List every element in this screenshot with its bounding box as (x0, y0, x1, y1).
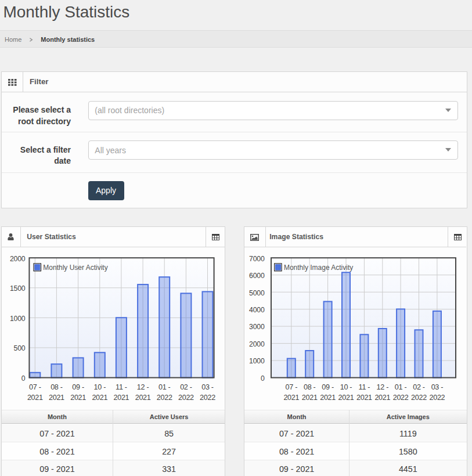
svg-text:5000: 5000 (249, 289, 265, 297)
svg-text:3000: 3000 (249, 323, 265, 331)
svg-text:03 -: 03 - (201, 383, 214, 391)
svg-text:4000: 4000 (249, 306, 265, 314)
svg-text:2021: 2021 (49, 394, 64, 402)
svg-text:2000: 2000 (249, 340, 265, 348)
svg-text:03 -: 03 - (431, 383, 444, 391)
svg-text:1000: 1000 (10, 315, 26, 323)
svg-text:2021: 2021 (302, 394, 318, 402)
svg-text:2021: 2021 (283, 394, 299, 402)
svg-text:2021: 2021 (135, 394, 151, 402)
svg-text:09 -: 09 - (322, 383, 334, 391)
svg-text:11 -: 11 - (116, 383, 127, 391)
svg-text:6000: 6000 (249, 272, 265, 280)
svg-text:2022: 2022 (157, 394, 172, 402)
svg-text:12 -: 12 - (377, 383, 389, 391)
svg-text:2022: 2022 (200, 394, 215, 402)
svg-text:2021: 2021 (374, 394, 390, 402)
svg-text:7000: 7000 (249, 255, 265, 263)
svg-text:09 -: 09 - (72, 383, 84, 391)
svg-text:1000: 1000 (249, 357, 265, 365)
svg-text:11 -: 11 - (359, 383, 370, 391)
svg-text:2022: 2022 (178, 394, 194, 402)
svg-text:2021: 2021 (27, 394, 43, 402)
svg-text:2021: 2021 (356, 394, 372, 402)
svg-text:10 -: 10 - (94, 383, 106, 391)
svg-text:2021: 2021 (92, 394, 107, 402)
svg-text:1500: 1500 (10, 284, 26, 293)
svg-text:07 -: 07 - (29, 383, 41, 391)
svg-text:2000: 2000 (10, 255, 26, 263)
svg-text:Monthly Image Activity: Monthly Image Activity (284, 264, 353, 272)
svg-text:500: 500 (14, 344, 26, 352)
svg-text:0: 0 (21, 374, 26, 383)
svg-text:0: 0 (261, 374, 265, 383)
svg-text:01 -: 01 - (395, 383, 407, 391)
svg-text:12 -: 12 - (137, 383, 149, 391)
svg-text:2021: 2021 (338, 394, 354, 402)
svg-text:08 -: 08 - (304, 383, 316, 391)
svg-text:01 -: 01 - (158, 383, 171, 391)
svg-text:2022: 2022 (411, 394, 427, 402)
svg-text:Monthly User Activity: Monthly User Activity (43, 264, 107, 272)
svg-text:07 -: 07 - (286, 383, 298, 391)
svg-text:2022: 2022 (429, 394, 445, 402)
svg-text:2021: 2021 (113, 394, 129, 402)
svg-text:02 -: 02 - (413, 383, 425, 391)
svg-text:2022: 2022 (393, 394, 409, 402)
svg-text:2021: 2021 (70, 394, 86, 402)
svg-text:08 -: 08 - (51, 383, 63, 391)
svg-text:02 -: 02 - (180, 383, 192, 391)
svg-text:2021: 2021 (320, 394, 336, 402)
svg-text:10 -: 10 - (340, 383, 352, 391)
